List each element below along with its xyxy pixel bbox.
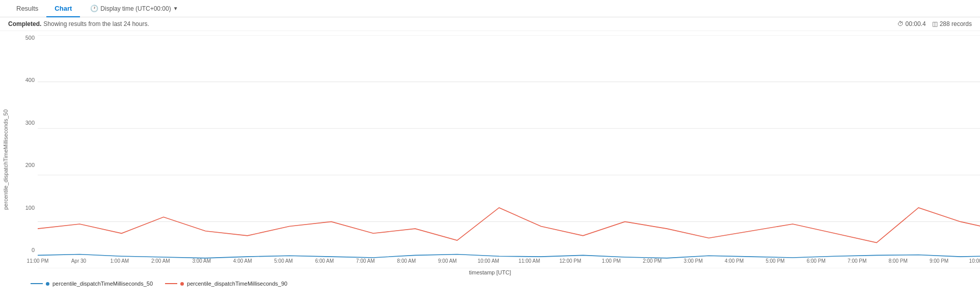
y-label-500: 500 — [15, 35, 38, 41]
display-time-selector[interactable]: 🕐 Display time (UTC+00:00) ▼ — [90, 5, 178, 12]
clock-icon: 🕐 — [90, 5, 98, 12]
status-left: Completed. Showing results from the last… — [8, 20, 149, 27]
time-value: 00:00.4 — [906, 20, 926, 27]
x-label: 7:00 PM — [848, 258, 866, 264]
x-label: 10:00 PM — [969, 258, 980, 264]
x-label: 1:00 PM — [602, 258, 620, 264]
x-label: 9:00 AM — [438, 258, 457, 264]
x-label: 4:00 AM — [233, 258, 252, 264]
x-label: 6:00 AM — [315, 258, 334, 264]
chart-container: percentile_dispatchTimeMilliseconds_50 0… — [0, 31, 980, 291]
x-label: 8:00 AM — [397, 258, 416, 264]
x-axis: 11:00 PMApr 301:00 AM2:00 AM3:00 AM4:00 … — [38, 256, 980, 268]
x-label: 2:00 PM — [643, 258, 662, 264]
tab-chart[interactable]: Chart — [46, 1, 80, 17]
y-label-300: 300 — [15, 120, 38, 126]
x-label: 11:00 PM — [27, 258, 49, 264]
x-axis-title: timestamp [UTC] — [0, 268, 980, 277]
legend-label-p90: percentile_dispatchTimeMilliseconds_90 — [187, 281, 287, 287]
y-axis-label: percentile_dispatchTimeMilliseconds_50 — [0, 35, 11, 268]
legend-item-p50: percentile_dispatchTimeMilliseconds_50 — [31, 281, 153, 287]
status-completed: Completed. — [8, 20, 41, 27]
x-label: 11:00 AM — [519, 258, 540, 264]
x-label: 9:00 PM — [930, 258, 948, 264]
records-badge: ◫ 288 records — [932, 20, 972, 27]
x-label: 3:00 AM — [192, 258, 211, 264]
x-label: 4:00 PM — [725, 258, 744, 264]
legend: percentile_dispatchTimeMilliseconds_50 p… — [0, 277, 980, 291]
x-label: 5:00 AM — [274, 258, 293, 264]
status-bar: Completed. Showing results from the last… — [0, 17, 980, 31]
status-right: ⏱ 00:00.4 ◫ 288 records — [897, 20, 972, 27]
legend-line-p50 — [31, 283, 43, 284]
time-badge: ⏱ 00:00.4 — [897, 20, 926, 27]
x-label: Apr 30 — [71, 258, 86, 264]
x-label: 5:00 PM — [766, 258, 784, 264]
display-time-label: Display time (UTC+00:00) — [100, 5, 171, 12]
x-label: 7:00 AM — [356, 258, 375, 264]
legend-line-p90 — [165, 283, 177, 284]
table-icon: ◫ — [932, 20, 938, 27]
x-label: 12:00 PM — [559, 258, 581, 264]
x-label: 10:00 AM — [478, 258, 499, 264]
chart-svg — [38, 35, 980, 268]
tab-bar: Results Chart 🕐 Display time (UTC+00:00)… — [0, 0, 980, 17]
records-value: 288 records — [940, 20, 972, 27]
tab-results[interactable]: Results — [8, 1, 46, 17]
y-label-100: 100 — [15, 205, 38, 211]
legend-dot-p90 — [180, 282, 184, 286]
chart-area: percentile_dispatchTimeMilliseconds_50 0… — [0, 35, 980, 268]
time-icon: ⏱ — [897, 20, 904, 27]
x-label: 8:00 PM — [889, 258, 908, 264]
legend-dot-p50 — [46, 282, 49, 286]
y-labels: 0 100 200 300 400 500 — [15, 35, 38, 253]
y-label-200: 200 — [15, 162, 38, 168]
y-label-0: 0 — [15, 247, 38, 253]
chart-inner: 0 100 200 300 400 500 11:00 PMApr 301:00… — [15, 35, 980, 268]
status-message: Showing results from the last 24 hours. — [43, 20, 149, 27]
x-label: 2:00 AM — [151, 258, 170, 264]
x-label: 3:00 PM — [684, 258, 702, 264]
y-label-400: 400 — [15, 77, 38, 83]
x-label: 1:00 AM — [111, 258, 129, 264]
chevron-down-icon: ▼ — [173, 6, 178, 11]
x-label: 6:00 PM — [807, 258, 826, 264]
legend-label-p50: percentile_dispatchTimeMilliseconds_50 — [52, 281, 153, 287]
legend-item-p90: percentile_dispatchTimeMilliseconds_90 — [165, 281, 287, 287]
